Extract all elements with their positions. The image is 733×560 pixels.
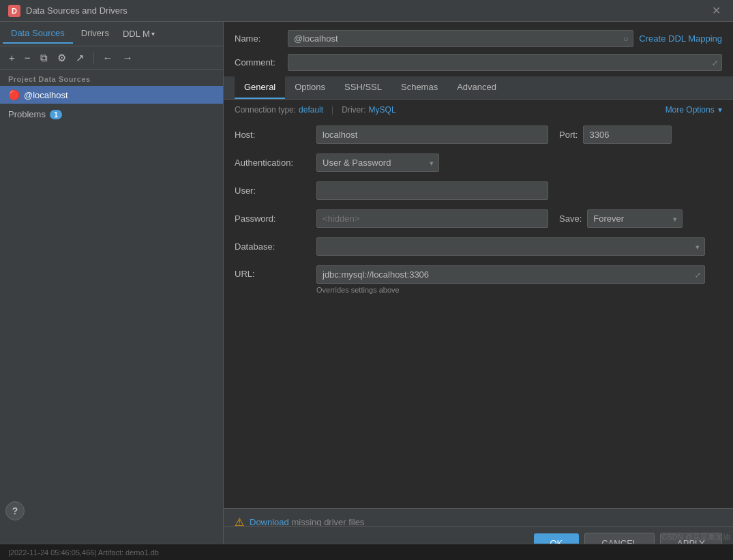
port-input[interactable] [583,126,672,144]
conn-type-label: Connection type: [235,105,296,115]
comment-input[interactable] [288,54,722,71]
name-label: Name: [235,33,282,44]
conn-type-value[interactable]: default [299,105,323,115]
copy-datasource-button[interactable]: ⧉ [37,50,51,66]
window-title: Data Sources and Drivers [26,5,708,16]
name-input-wrap: ○ [288,30,633,47]
url-area: ⤢ Overrides settings above [316,265,705,294]
right-tabs-bar: General Options SSH/SSL Schemas Advanced [224,76,733,100]
help-button[interactable]: ? [5,501,25,520]
password-row: Password: Save: Forever Until restart Ne… [235,209,722,228]
tab-options[interactable]: Options [285,76,335,99]
create-ddl-link[interactable]: Create DDL Mapping [639,33,722,44]
database-select-wrap [316,237,705,256]
left-tabs-bar: Data Sources Drivers DDL M ▾ [0,22,223,46]
tab-ddl[interactable]: DDL M ▾ [117,25,160,43]
tab-general[interactable]: General [235,76,285,99]
more-options-button[interactable]: More Options ▾ [665,105,722,115]
user-input[interactable] [316,181,548,200]
remove-datasource-button[interactable]: − [21,50,34,65]
problems-label: Problems [8,109,46,119]
save-label: Save: [559,213,582,224]
password-label: Password: [235,213,316,224]
status-bar: |2022-11-24 05:46:05,466| Artifact: demo… [0,544,733,560]
watermark: CSDN @马里奥加油 [662,532,730,542]
save-select-wrap: Forever Until restart Never [587,209,683,228]
comment-row: Comment: ⤢ [224,51,733,76]
save-select[interactable]: Forever Until restart Never [587,209,683,228]
password-input[interactable] [316,209,548,228]
forward-button[interactable]: → [119,50,136,65]
host-row: Host: Port: [235,126,722,144]
comment-input-wrap: ⤢ [288,54,722,71]
auth-row: Authentication: User & Password No auth … [235,153,722,172]
user-label: User: [235,186,316,196]
tree-item-localhost[interactable]: 🔴 @localhost [0,86,223,104]
host-input[interactable] [316,126,548,144]
driver-value[interactable]: MySQL [369,105,396,115]
tab-datasources[interactable]: Data Sources [3,24,73,44]
problems-badge: 1 [50,110,62,119]
left-toolbar: + − ⧉ ⚙ ↗ ← → [0,46,223,70]
form-area: Host: Port: Authentication: User & Passw… [224,120,733,508]
tab-advanced[interactable]: Advanced [447,76,506,99]
status-text: |2022-11-24 05:46:05,466| Artifact: demo… [8,548,159,557]
name-row: Name: ○ Create DDL Mapping [224,22,733,51]
auth-label: Authentication: [235,158,316,168]
back-button[interactable]: ← [100,50,117,65]
auth-select-wrap: User & Password No auth LDAP [316,153,439,172]
left-panel: Data Sources Drivers DDL M ▾ + − ⧉ ⚙ ↗ ←… [0,22,224,560]
url-row: URL: ⤢ Overrides settings above [235,265,722,294]
title-bar: D Data Sources and Drivers ✕ [0,0,733,22]
url-expand-icon[interactable]: ⤢ [695,270,701,279]
comment-label: Comment: [235,57,282,68]
url-hint: Overrides settings above [316,286,705,294]
auth-select[interactable]: User & Password No auth LDAP [316,153,439,172]
url-label: URL: [235,269,316,279]
database-label: Database: [235,241,316,252]
comment-expand-icon[interactable]: ⤢ [712,58,718,67]
name-input[interactable] [288,30,633,47]
add-datasource-button[interactable]: + [5,50,18,65]
host-label: Host: [235,130,316,140]
right-panel: Name: ○ Create DDL Mapping Comment: ⤢ Ge… [224,22,733,560]
driver-label: Driver: [342,105,365,115]
user-row: User: [235,181,722,200]
name-icon: ○ [623,34,628,44]
project-datasources-label: Project Data Sources [0,70,223,86]
close-button[interactable]: ✕ [708,3,725,18]
tab-sshssl[interactable]: SSH/SSL [335,76,391,99]
tab-schemas[interactable]: Schemas [391,76,447,99]
tab-drivers[interactable]: Drivers [73,24,117,44]
app-icon: D [8,5,20,17]
url-input[interactable] [316,265,705,284]
export-button[interactable]: ↗ [72,50,88,66]
database-row: Database: [235,237,722,256]
connection-info-row: Connection type: default | Driver: MySQL… [224,100,733,120]
toolbar-divider [93,53,94,63]
problems-section: Problems 1 [0,104,223,125]
database-select[interactable] [316,237,705,256]
port-label: Port: [559,130,578,140]
settings-button[interactable]: ⚙ [54,50,70,66]
datasource-icon: 🔴 [8,89,20,100]
